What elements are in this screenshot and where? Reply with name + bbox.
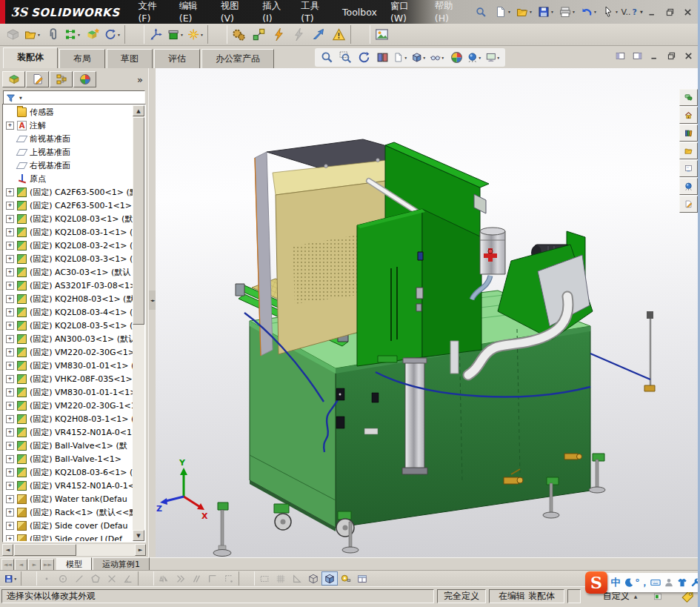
model-tab[interactable]: 模型: [56, 557, 92, 571]
rotate-view[interactable]: [355, 49, 373, 66]
tree-horizontal-scrollbar[interactable]: ◄ ►: [2, 544, 146, 556]
minimize-window[interactable]: [644, 5, 660, 19]
tree-item[interactable]: + (固定) CA2F63-500-1<1>: [4, 199, 133, 212]
custom-caret-icon[interactable]: ▲: [634, 594, 638, 599]
tree-item[interactable]: + (固定) AN300-03<1> (默认: [4, 332, 133, 345]
tree-item[interactable]: + (固定) KQ2H08-03<1> (默: [4, 292, 133, 305]
tree-expander[interactable]: +: [6, 468, 14, 477]
save[interactable]: ▼: [536, 4, 557, 19]
restore-document[interactable]: [664, 50, 679, 62]
attachment[interactable]: [43, 25, 63, 44]
component-preview[interactable]: ▼: [166, 25, 186, 44]
toolbar-button[interactable]: [138, 571, 154, 586]
tree-expander[interactable]: +: [6, 228, 14, 236]
view-palette[interactable]: [679, 160, 698, 177]
print[interactable]: ▼: [558, 4, 579, 19]
tree-item[interactable]: + (固定) VHK2-08F-03S<1>: [4, 372, 133, 385]
tree-expander[interactable]: +: [6, 202, 14, 210]
search-icon[interactable]: [473, 4, 489, 19]
grid-settings[interactable]: [273, 571, 289, 586]
tree-expander[interactable]: +: [6, 308, 14, 316]
scroll-left-icon[interactable]: ◄: [2, 544, 13, 556]
tree-item[interactable]: + (固定) VM830-01-01-1<1>: [4, 385, 133, 399]
tree-expander[interactable]: +: [6, 375, 14, 383]
tree-item[interactable]: + (固定) VM830-01-01<1> (: [4, 359, 133, 372]
help-icon[interactable]: ?: [633, 7, 637, 17]
tree-expander[interactable]: +: [6, 255, 14, 263]
zoom-to-fit[interactable]: [318, 49, 336, 66]
scroll-down-icon[interactable]: ▼: [133, 530, 144, 541]
reference-geometry[interactable]: [309, 25, 329, 44]
command-tab[interactable]: 布局: [59, 49, 105, 68]
insert-component[interactable]: [3, 25, 23, 44]
emoji-person[interactable]: [662, 574, 676, 591]
offset-entities[interactable]: [172, 571, 188, 586]
splitter-handle[interactable]: ◄►: [149, 291, 156, 310]
lang-chinese-toggle[interactable]: 中: [609, 574, 622, 591]
menu-item[interactable]: Toolbox: [336, 0, 384, 24]
solidworks-forum[interactable]: [679, 89, 698, 106]
tree-item[interactable]: 前视基准面: [4, 132, 133, 145]
tree-item[interactable]: + (固定) VR4152-N01A-0-1<: [4, 479, 133, 492]
tree-expander[interactable]: +: [6, 522, 14, 530]
tree-item[interactable]: 传感器: [4, 105, 133, 119]
punctuation-toggle[interactable]: °，: [636, 574, 649, 591]
sketch-line[interactable]: [71, 571, 87, 586]
propertymanager-tab[interactable]: [26, 71, 49, 87]
tree-vertical-scrollbar[interactable]: ▲ ▼: [133, 105, 144, 541]
shaded-display[interactable]: [321, 571, 338, 586]
sketch-point[interactable]: [39, 571, 55, 586]
tree-expander[interactable]: +: [6, 335, 14, 343]
sogou-logo-icon[interactable]: S: [585, 571, 607, 594]
rapid-sketch[interactable]: [256, 571, 273, 586]
tree-item[interactable]: + (固定) VM220-02-30G<1>: [4, 345, 133, 359]
tree-item[interactable]: + (固定) KQ2L08-03-5<1> (: [4, 319, 133, 332]
tree-item[interactable]: + 注解: [4, 119, 133, 132]
smart-dimension-angle[interactable]: [120, 571, 136, 586]
soft-keyboard[interactable]: [649, 574, 662, 591]
tree-item[interactable]: 右视基准面: [4, 159, 133, 172]
view-orientation[interactable]: ▼: [392, 49, 410, 66]
toolbar-button[interactable]: [239, 571, 255, 586]
tree-expander[interactable]: +: [6, 348, 14, 356]
mate[interactable]: ▼: [63, 25, 83, 44]
tree-expander[interactable]: +: [6, 415, 14, 423]
tree-item[interactable]: + (固定) CA2F63-500<1> (默: [4, 185, 133, 199]
interference-detection[interactable]: [269, 25, 289, 44]
edit-appearance[interactable]: [447, 49, 465, 66]
machine-3d-model[interactable]: [213, 139, 655, 557]
section-view[interactable]: [373, 49, 391, 66]
trim-entities[interactable]: [104, 571, 120, 586]
tree-item[interactable]: + (固定) VR4152-N01A-0<1>: [4, 425, 133, 439]
tree-expander[interactable]: +: [6, 535, 14, 542]
help-caret[interactable]: ▼: [639, 10, 644, 14]
new-document[interactable]: ▼: [493, 4, 514, 19]
perpendicular-relation[interactable]: [204, 571, 221, 586]
update-speedpak[interactable]: [329, 25, 349, 44]
wireframe-display[interactable]: [305, 571, 321, 586]
command-tab[interactable]: 办公室产品: [201, 49, 274, 68]
tree-item[interactable]: + (固定) Rack<1> (默认<<默: [4, 505, 133, 519]
tree-filter[interactable]: ▼: [3, 90, 145, 105]
tree-item[interactable]: + (固定) Water tank(Defau: [4, 492, 133, 505]
select[interactable]: ▼: [601, 4, 621, 19]
smart-fasteners[interactable]: [83, 25, 103, 44]
bill-of-materials[interactable]: [372, 25, 392, 44]
hide-show-items[interactable]: ▼: [429, 49, 447, 66]
toolbar-button[interactable]: [350, 25, 370, 44]
tree-expander[interactable]: +: [6, 188, 14, 196]
filter-caret[interactable]: ▼: [18, 96, 24, 100]
overflow-label[interactable]: V..: [621, 7, 631, 17]
view-settings[interactable]: ▼: [484, 49, 502, 66]
tree-expander[interactable]: +: [6, 122, 14, 130]
file-explorer[interactable]: [679, 142, 698, 159]
tab-nav-arrow[interactable]: ►: [28, 559, 41, 571]
command-tab[interactable]: 评估: [154, 49, 200, 68]
scrollbar-thumb[interactable]: [133, 117, 144, 325]
tree-expander[interactable]: +: [6, 428, 14, 437]
featuremanager-tree-tab[interactable]: [2, 71, 25, 87]
tree-expander[interactable]: +: [6, 388, 14, 397]
tree-item[interactable]: + (固定) KQ2L08-03-2<1> (: [4, 239, 133, 252]
tab-nav-arrow[interactable]: ►►: [41, 559, 54, 571]
tab-nav-arrow[interactable]: ◄: [15, 559, 27, 571]
